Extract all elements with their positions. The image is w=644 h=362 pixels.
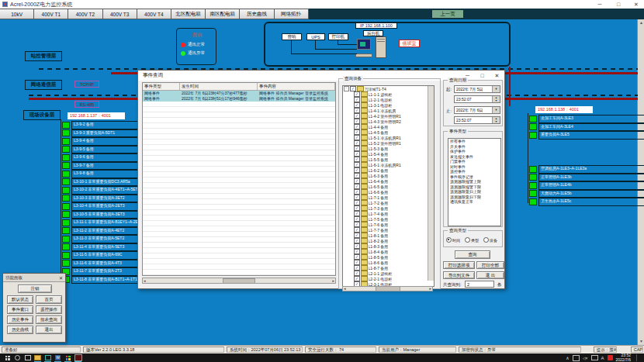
scroll-thumb[interactable] <box>376 286 400 291</box>
event-row[interactable]: 网络事件 2022年 7月 6日23时51分17秒946毫秒 网络事件 操作员 … <box>143 96 335 102</box>
bus-device-row[interactable]: L3-9-5 备用 <box>62 146 144 154</box>
page-tab[interactable]: 10kV <box>0 9 34 19</box>
volume-icon[interactable]: ◁× <box>583 356 588 360</box>
tray-expand-icon[interactable]: ∧ <box>566 355 569 360</box>
bus-device-row[interactable]: L3-9-4 备用 <box>62 137 144 146</box>
colorful-app-icon[interactable] <box>63 353 73 362</box>
from-date-combo[interactable]: 2022年 7月 5日 ▼ <box>454 85 500 93</box>
scroll-right-icon[interactable]: ► <box>429 287 432 291</box>
scroll-down-icon[interactable]: ▼ <box>638 338 644 345</box>
page-tab[interactable]: 北区配电箱 <box>171 9 206 19</box>
radio-time[interactable]: 时间 <box>446 237 460 243</box>
keyboard-icon[interactable] <box>591 355 598 360</box>
event-type-item[interactable]: 通讯恢复正常 <box>448 199 500 205</box>
page-tab[interactable]: 400V T4 <box>137 9 171 19</box>
function-button[interactable]: 首页 <box>36 295 62 304</box>
page-tab[interactable]: 400V T3 <box>103 9 137 19</box>
bus-device-row[interactable]: 天面动力A-1LE5b <box>529 190 644 198</box>
bus-device-row[interactable]: 正常照明A-1LE4b <box>529 181 644 190</box>
close-button[interactable]: ✕ <box>629 0 643 9</box>
display-icon[interactable] <box>573 355 580 361</box>
collapse-icon[interactable]: − <box>344 86 349 91</box>
print-all-button[interactable]: 打印全部 <box>476 261 504 269</box>
scroll-thumb[interactable] <box>223 278 255 284</box>
result-count-field[interactable]: 2 <box>465 281 494 288</box>
bus-device-row[interactable]: L3-9-8 备用 <box>62 170 144 178</box>
bus-device-row[interactable]: L3-9-2 备用 <box>62 121 144 129</box>
function-button[interactable]: 遥控操作 <box>36 305 62 314</box>
bus-device-row[interactable]: L3-11-2 非常重要负荷A-4ET2 <box>62 227 144 236</box>
radio-icon[interactable] <box>483 237 489 243</box>
page-tab[interactable]: 400V T2 <box>68 9 102 19</box>
function-panel-titlebar[interactable]: 功能面板 ✕ <box>3 274 65 282</box>
file-explorer-icon[interactable] <box>33 353 43 362</box>
scroll-right-icon[interactable]: ► <box>332 279 335 283</box>
col-event-type[interactable]: 事件类型 <box>143 83 180 90</box>
logout-button[interactable]: 注销 <box>18 284 52 293</box>
scroll-left-icon[interactable]: ◄ <box>143 279 146 283</box>
bus-device-row[interactable]: L3-11-3 非常重要负荷A-5ET2 <box>62 235 144 243</box>
tree-vscrollbar[interactable] <box>428 86 434 281</box>
maximize-button[interactable]: □ <box>611 0 625 9</box>
start-button[interactable] <box>2 353 12 362</box>
bus-device-row[interactable]: L3-10-4 非常重要负荷A-2ET3 <box>62 202 144 211</box>
exit-button[interactable]: 退 出 <box>476 271 504 279</box>
bus-device-row[interactable]: L3-9-3 重要负荷A-5DT1 <box>62 129 144 138</box>
bus-device-row[interactable]: L3-11-5 非常重要负荷A-69C <box>62 251 144 260</box>
bus-device-row[interactable]: L3-10-5 非常重要负荷A-3ET3 <box>62 211 144 219</box>
function-button[interactable]: 默认状态 <box>7 295 33 304</box>
bus-device-row[interactable]: L3-11-7 非常重要负荷A-2T3 <box>62 267 144 276</box>
function-button[interactable]: 退出 <box>36 326 62 334</box>
scada-app-icon[interactable] <box>73 353 83 362</box>
page-tab[interactable]: 400V T1 <box>34 9 68 19</box>
bus-device-row[interactable]: L3-9-7 备用 <box>62 162 144 171</box>
prev-page-button[interactable]: 上一页 <box>431 9 464 19</box>
task-view-icon[interactable] <box>23 353 33 362</box>
panel-close-icon[interactable]: ✕ <box>59 275 63 281</box>
radio-icon[interactable] <box>465 237 470 243</box>
dropdown-icon[interactable]: ▼ <box>492 107 500 113</box>
table-hscrollbar[interactable]: ◄ ► <box>142 278 336 284</box>
ime-indicator[interactable]: A <box>601 356 604 360</box>
print-selected-button[interactable]: 打印选择项 <box>443 261 475 269</box>
word-icon[interactable]: W <box>53 353 63 362</box>
page-tab[interactable]: 南区配电箱 <box>206 9 240 19</box>
to-time-spinner[interactable]: 23:52:07 ▲▼ <box>454 116 500 124</box>
radio-device[interactable]: 设备 <box>483 237 497 243</box>
function-button[interactable]: 报表查询 <box>36 315 62 324</box>
bus-device-row[interactable]: 金加工车间A-3LE4 <box>529 123 644 132</box>
from-time-spinner[interactable]: 23:52:07 ▲▼ <box>454 95 500 103</box>
scroll-up-icon[interactable]: ▲ <box>638 19 644 26</box>
bus-device-row[interactable]: L3-9-6 备用 <box>62 153 144 162</box>
bus-device-row[interactable]: 重要负荷A-3LE5 <box>529 131 644 140</box>
search-icon[interactable] <box>12 353 23 362</box>
page-tab[interactable]: 历史曲线 <box>240 9 274 19</box>
bus-device-row[interactable]: L3-11-4 非常重要负荷A-5ET3 <box>62 243 144 252</box>
bus-device-row[interactable]: L3-11-8 非常重要负荷A-B1T1~A-1T1 <box>62 276 144 284</box>
minimize-button[interactable]: ─ <box>593 0 607 9</box>
page-tab[interactable]: 网络拓扑 <box>275 9 309 19</box>
radio-type[interactable]: 类型 <box>465 237 479 243</box>
spinner-icons[interactable]: ▲▼ <box>492 117 500 123</box>
export-button[interactable]: 导出到文件 <box>443 271 475 279</box>
notification-area[interactable] <box>636 354 641 361</box>
event-row[interactable]: 网络事件 2022年 7月 6日23时47分37秒477毫秒 网络事件 操作员 … <box>143 91 335 96</box>
col-event-time[interactable]: 发生时间 <box>180 83 258 90</box>
bus-device-row[interactable]: 卫生热水A-1LE5c <box>529 198 644 206</box>
tray-red-app-icon[interactable] <box>608 355 613 360</box>
function-button[interactable]: 历史曲线 <box>7 326 33 334</box>
event-table-header[interactable]: 事件类型 发生时间 事件内容 <box>143 83 335 91</box>
query-button[interactable]: 查询 <box>455 250 490 259</box>
taskbar-clock[interactable]: 23:52 2022/7/6 <box>616 353 631 362</box>
bus-device-row[interactable]: L3-10-2 非常重要负荷A-4ET1~A-5ET1 <box>62 186 144 195</box>
scroll-left-icon[interactable]: ◄ <box>343 287 346 291</box>
bus-device-row[interactable]: 金加工车间A-3LE3 <box>529 115 644 123</box>
to-date-combo[interactable]: 2022年 7月 6日 ▼ <box>454 106 500 114</box>
spinner-icons[interactable]: ▲▼ <box>492 96 500 102</box>
bus-device-row[interactable]: L3-11-6 非常重要负荷A-4T3 <box>62 260 144 268</box>
dropdown-icon[interactable]: ▼ <box>492 86 500 92</box>
col-event-content[interactable]: 事件内容 <box>258 83 335 90</box>
app-icon-teal[interactable] <box>43 353 53 362</box>
bus-device-row[interactable]: L3-10-3 非常重要负荷A-3ET2 <box>62 195 144 203</box>
tree-hscrollbar[interactable]: ◄ ► <box>342 286 433 291</box>
